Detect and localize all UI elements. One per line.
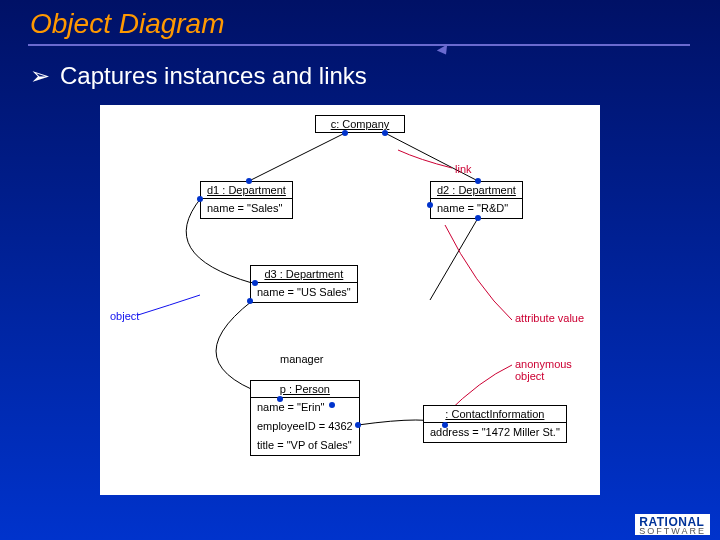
link-dot bbox=[475, 215, 481, 221]
object-person: p : Person name = "Erin" employeeID = 43… bbox=[250, 380, 360, 456]
link-dot bbox=[277, 396, 283, 402]
link-dot bbox=[247, 298, 253, 304]
logo-sub: SOFTWARE bbox=[639, 529, 706, 534]
svg-line-0 bbox=[249, 133, 345, 181]
object-person-attr2: employeeID = 4362 bbox=[251, 417, 359, 436]
link-dot bbox=[355, 422, 361, 428]
object-dept1-header: d1 : Department bbox=[201, 182, 292, 199]
label-manager: manager bbox=[280, 353, 323, 365]
link-dot bbox=[246, 178, 252, 184]
link-dot bbox=[329, 402, 335, 408]
link-dot bbox=[197, 196, 203, 202]
link-dot bbox=[342, 130, 348, 136]
bullet-arrow-icon: ➢ bbox=[30, 62, 50, 89]
object-dept2-header: d2 : Department bbox=[431, 182, 522, 199]
title-underline bbox=[28, 44, 690, 46]
object-dept1: d1 : Department name = "Sales" bbox=[200, 181, 293, 219]
object-contact-header: : ContactInformation bbox=[424, 406, 566, 423]
object-person-header: p : Person bbox=[251, 381, 359, 398]
object-diagram: c: Company d1 : Department name = "Sales… bbox=[100, 105, 600, 495]
link-dot bbox=[442, 422, 448, 428]
label-link: link bbox=[455, 163, 472, 175]
link-dot bbox=[475, 178, 481, 184]
object-person-attr1: name = "Erin" bbox=[251, 398, 359, 417]
slide-title: Object Diagram bbox=[30, 8, 225, 40]
object-dept3-attr: name = "US Sales" bbox=[251, 283, 357, 302]
bullet-text: Captures instances and links bbox=[60, 62, 367, 89]
bullet-line: ➢Captures instances and links bbox=[30, 62, 367, 90]
link-dot bbox=[382, 130, 388, 136]
object-dept3: d3 : Department name = "US Sales" bbox=[250, 265, 358, 303]
label-anonymous-object: anonymous object bbox=[515, 358, 600, 382]
rational-logo: RATIONAL SOFTWARE bbox=[635, 514, 710, 535]
title-marker-icon bbox=[437, 45, 451, 58]
link-dot bbox=[252, 280, 258, 286]
label-object: object bbox=[110, 310, 139, 322]
object-dept1-attr: name = "Sales" bbox=[201, 199, 292, 218]
svg-line-2 bbox=[430, 218, 478, 300]
object-dept3-header: d3 : Department bbox=[251, 266, 357, 283]
link-dot bbox=[427, 202, 433, 208]
object-dept2: d2 : Department name = "R&D" bbox=[430, 181, 523, 219]
object-company: c: Company bbox=[315, 115, 405, 133]
label-attribute-value: attribute value bbox=[515, 312, 584, 324]
object-person-attr3: title = "VP of Sales" bbox=[251, 436, 359, 455]
object-company-header: c: Company bbox=[316, 116, 404, 132]
